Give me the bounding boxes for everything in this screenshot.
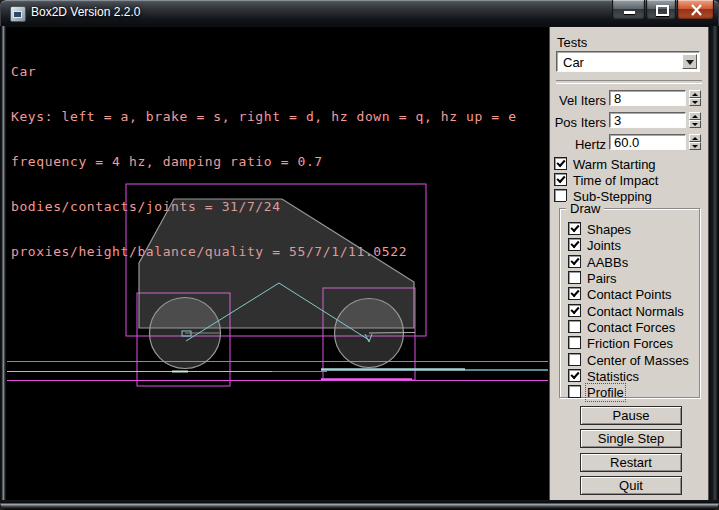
simulation-canvas[interactable]: Car Keys: left = a, brake = s, right = d…	[6, 27, 549, 500]
checkbox-contact-normals[interactable]: Contact Normals	[568, 304, 698, 318]
box2d-window: Box2D Version 2.2.0 Car Keys: left = a, …	[0, 0, 719, 510]
checkbox-label: Joints	[587, 238, 621, 253]
arrow-up-icon	[692, 115, 698, 118]
checkbox-box[interactable]	[568, 369, 581, 382]
checkbox-aabbs[interactable]: AABBs	[568, 255, 698, 269]
checkbox-time-of-impact[interactable]: Time of Impact	[554, 173, 704, 187]
checkbox-friction-forces[interactable]: Friction Forces	[568, 336, 698, 350]
checkbox-box[interactable]	[568, 222, 581, 235]
minimize-icon	[624, 11, 635, 14]
test-select-value: Car	[563, 55, 584, 70]
checkbox-profile[interactable]: Profile	[568, 385, 698, 399]
window-border-bottom	[0, 500, 719, 510]
checkbox-label: Pairs	[587, 271, 617, 286]
debug-draw-layer	[6, 27, 549, 500]
checkbox-box[interactable]	[568, 320, 581, 333]
checkbox-box[interactable]	[568, 304, 581, 317]
single-step-button[interactable]: Single Step	[580, 429, 682, 448]
test-select-dropdown-button[interactable]	[682, 54, 697, 69]
hertz-label: Hertz	[550, 137, 606, 152]
vel-iters-input[interactable]	[609, 90, 686, 106]
checkbox-label: AABBs	[587, 255, 628, 270]
pos-iters-input[interactable]	[609, 112, 686, 128]
pos-iters-spinner-up[interactable]	[689, 112, 701, 120]
window-title: Box2D Version 2.2.0	[31, 5, 140, 19]
checkbox-box[interactable]	[568, 353, 581, 366]
checkbox-contact-points[interactable]: Contact Points	[568, 287, 698, 301]
right-wheel-axis-line	[369, 333, 415, 334]
vel-iters-label: Vel Iters	[550, 93, 606, 108]
checkbox-statistics[interactable]: Statistics	[568, 369, 698, 383]
draw-group-label: Draw	[566, 201, 604, 216]
checkbox-box[interactable]	[568, 271, 581, 284]
hertz-spinner	[689, 134, 701, 150]
hertz-input[interactable]	[609, 134, 686, 150]
pos-iters-label: Pos Iters	[550, 115, 606, 130]
chevron-down-icon	[686, 60, 694, 65]
checkbox-pairs[interactable]: Pairs	[568, 271, 698, 285]
window-border-left	[0, 26, 6, 502]
test-select[interactable]: Car	[556, 51, 700, 72]
maximize-button[interactable]	[646, 0, 676, 20]
checkbox-center-of-masses[interactable]: Center of Masses	[568, 353, 698, 367]
checkbox-label: Contact Forces	[587, 320, 675, 335]
checkbox-warm-starting[interactable]: Warm Starting	[554, 157, 704, 171]
checkbox-label: Contact Points	[587, 287, 672, 302]
checkbox-box[interactable]	[568, 238, 581, 251]
separator	[556, 80, 702, 84]
checkbox-box[interactable]	[554, 173, 567, 186]
vel-iters-spinner-up[interactable]	[689, 90, 701, 98]
maximize-icon	[656, 5, 669, 16]
checkbox-label: Profile	[587, 385, 624, 400]
arrow-down-icon	[692, 145, 698, 148]
pos-iters-spinner-down[interactable]	[689, 120, 701, 128]
checkbox-box[interactable]	[568, 385, 581, 398]
checkbox-label: Center of Masses	[587, 353, 689, 368]
tests-label: Tests	[557, 35, 587, 50]
hertz-spinner-up[interactable]	[689, 134, 701, 142]
vel-iters-spinner	[689, 90, 701, 106]
checkbox-label: Warm Starting	[573, 157, 656, 172]
arrow-up-icon	[692, 137, 698, 140]
minimize-button[interactable]	[612, 0, 645, 20]
vel-iters-spinner-down[interactable]	[689, 98, 701, 106]
arrow-down-icon	[692, 101, 698, 104]
close-icon	[690, 4, 703, 16]
restart-button[interactable]: Restart	[580, 453, 682, 472]
arrow-up-icon	[692, 93, 698, 96]
pos-iters-spinner	[689, 112, 701, 128]
hertz-spinner-down[interactable]	[689, 142, 701, 150]
checkbox-box[interactable]	[568, 336, 581, 349]
checkbox-box[interactable]	[554, 157, 567, 170]
window-border-right	[709, 26, 719, 502]
checkbox-label: Contact Normals	[587, 304, 684, 319]
checkbox-box[interactable]	[568, 255, 581, 268]
checkbox-shapes[interactable]: Shapes	[568, 222, 698, 236]
checkbox-label: Shapes	[587, 222, 631, 237]
checkbox-label: Time of Impact	[573, 173, 658, 188]
checkbox-box[interactable]	[568, 287, 581, 300]
quit-button[interactable]: Quit	[580, 476, 682, 495]
checkbox-joints[interactable]: Joints	[568, 238, 698, 252]
checkbox-label: Statistics	[587, 369, 639, 384]
control-panel: Tests Car Vel Iters Pos Iters Hertz	[549, 27, 709, 500]
checkbox-label: Friction Forces	[587, 336, 673, 351]
close-button[interactable]	[677, 0, 714, 20]
arrow-down-icon	[692, 123, 698, 126]
checkbox-contact-forces[interactable]: Contact Forces	[568, 320, 698, 334]
pause-button[interactable]: Pause	[580, 406, 682, 425]
title-bar[interactable]: Box2D Version 2.2.0	[0, 0, 719, 26]
app-icon	[10, 6, 26, 22]
